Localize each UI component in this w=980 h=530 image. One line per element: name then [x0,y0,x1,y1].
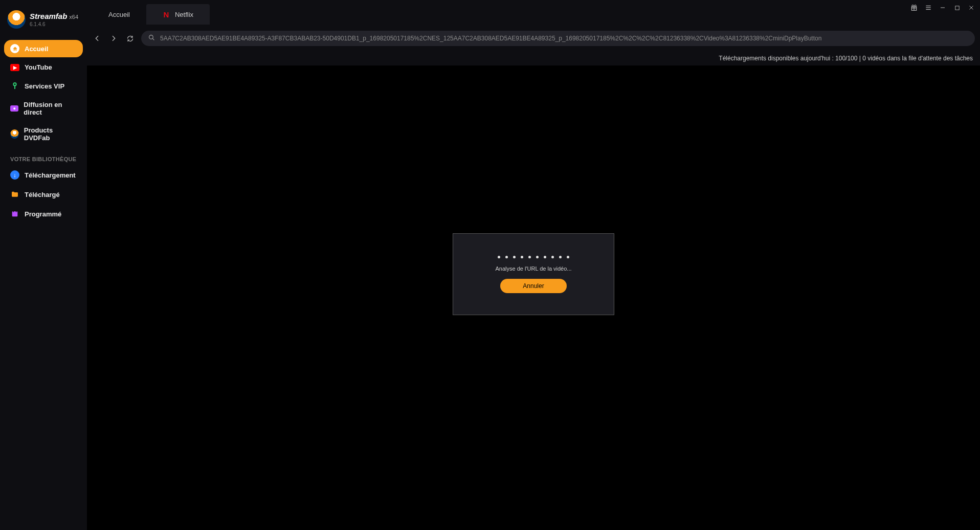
sidebar-item-accueil[interactable]: Accueil [4,40,83,57]
sidebar-item-label: Téléchargement [25,171,76,179]
sidebar-item-vip[interactable]: Services VIP [4,77,83,95]
sidebar-item-dvdfab[interactable]: Products DVDFab [4,122,83,146]
svg-rect-3 [16,210,16,212]
vip-icon [10,81,19,91]
sidebar-item-label: Accueil [25,45,48,53]
maximize-button[interactable] [952,3,962,12]
svg-line-13 [152,38,154,40]
back-button[interactable] [92,33,102,43]
status-text: Téléchargements disponibles aujourd'hui … [719,55,973,62]
loading-dots [498,256,569,258]
youtube-icon: ▶ [10,64,19,71]
app-version: 6.1.4.6 [30,21,78,27]
sidebar-item-live[interactable]: ● Diffusion en direct [4,97,83,120]
sidebar-item-label: YouTube [25,63,52,71]
url-input[interactable] [160,35,968,42]
url-bar[interactable] [141,31,975,46]
sidebar-item-scheduled[interactable]: Programmé [4,205,83,223]
minimize-button[interactable] [938,3,947,12]
sidebar: Streamfabx64 6.1.4.6 Accueil ▶ YouTube S… [0,0,87,530]
reload-button[interactable] [125,33,135,43]
app-logo-icon [7,10,26,29]
tab-netflix[interactable]: N Netflix [146,4,210,25]
sidebar-item-label: Téléchargé [25,191,60,198]
svg-rect-2 [13,210,14,212]
sidebar-item-downloading[interactable]: ↓ Téléchargement [4,166,83,184]
window-controls [909,3,976,12]
app-logo-block: Streamfabx64 6.1.4.6 [4,8,83,39]
app-arch: x64 [69,14,78,20]
tab-label: Accueil [108,11,130,18]
sidebar-item-label: Programmé [25,210,61,218]
dvdfab-icon [10,129,19,139]
sidebar-item-label: Diffusion en direct [24,101,77,116]
tab-label: Netflix [175,11,193,18]
schedule-icon [10,209,19,218]
live-icon: ● [10,105,18,112]
tab-accueil[interactable]: Accueil [92,4,146,25]
gift-icon[interactable] [909,3,919,12]
search-icon [148,34,155,42]
sidebar-item-youtube[interactable]: ▶ YouTube [4,59,83,75]
cancel-button[interactable]: Annuler [500,279,566,293]
menu-icon[interactable] [924,3,933,12]
sidebar-item-label: Products DVDFab [24,126,77,142]
home-icon [10,44,19,53]
sidebar-item-label: Services VIP [25,82,64,90]
svg-rect-1 [12,211,18,216]
content-area: Analyse de l'URL de la vidéo... Annuler [87,65,980,530]
svg-point-12 [149,35,153,39]
library-header: VOTRE BIBLIOTHÈQUE [4,147,83,165]
analyzing-modal: Analyse de l'URL de la vidéo... Annuler [453,233,614,315]
modal-message: Analyse de l'URL de la vidéo... [495,266,571,272]
main-area: Accueil N Netflix [87,0,980,530]
sidebar-item-downloaded[interactable]: Téléchargé [4,186,83,203]
tabs-row: Accueil N Netflix [87,0,980,29]
svg-point-0 [13,83,16,85]
forward-button[interactable] [108,33,119,43]
svg-rect-9 [955,6,959,9]
app-name: Streamfabx64 [30,12,78,20]
toolbar-row [87,29,980,51]
netflix-icon: N [163,11,170,18]
close-button[interactable] [967,3,976,12]
download-icon: ↓ [10,170,19,180]
folder-icon [10,190,19,199]
status-bar: Téléchargements disponibles aujourd'hui … [87,51,980,65]
